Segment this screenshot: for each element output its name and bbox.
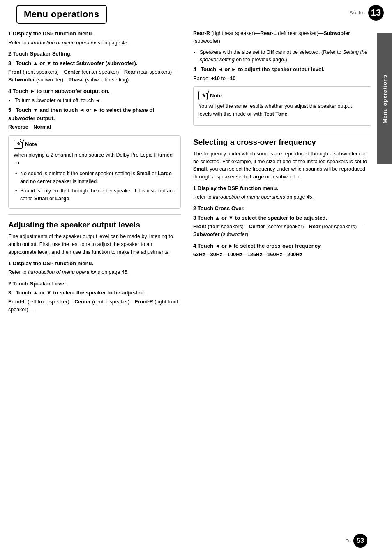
adj-step2-heading: 2 Touch Speaker Level. (8, 280, 181, 288)
step5-values: Reverse—Normal (8, 123, 181, 131)
step2-heading: 2 Touch Speaker Setting. (8, 50, 181, 58)
right-bullets: Speakers with the size set to Off cannot… (193, 49, 371, 64)
step5-heading: 5 Touch ▼ and then touch ◄ or ► to selec… (8, 106, 181, 122)
cross-step2-heading: 2 Touch Cross Over. (193, 204, 371, 213)
step4r-heading: 4 Touch ◄ or ► to adjust the speaker out… (193, 65, 371, 74)
note2-text: You will get the same results whether yo… (198, 102, 366, 118)
note-label-1: Note (25, 141, 37, 147)
note-box-2: ✎ Note You will get the same results whe… (193, 86, 371, 126)
cross-step3-heading: 3 Touch ▲ or ▼ to select the speaker to … (193, 214, 371, 222)
step3-heading: 3 Touch ▲ or ▼ to select Subwoofer (subw… (8, 59, 181, 67)
step4r-range: Range: +10 to –10 (193, 75, 371, 83)
right-step3-cont: Rear-R (right rear speaker)—Rear-L (left… (193, 30, 371, 45)
vertical-tab-label: Menu operations (377, 33, 392, 164)
cross-step4-heading: 4 Touch ◄ or ►to select the cross-over f… (193, 242, 371, 250)
adj-step1-ref: Introduction of menu operations (28, 269, 100, 275)
cross-step1-text: Refer to Introduction of menu operations… (193, 193, 371, 201)
note1-bullets: No sound is emitted if the center speake… (14, 170, 175, 202)
adj-step1-heading: 1 Display the DSP function menu. (8, 259, 181, 268)
note-icon-1: ✎ (14, 140, 23, 149)
section-row: Section 13 (350, 5, 384, 21)
cross-step1-heading: 1 Display the DSP function menu. (193, 184, 371, 192)
step1-text: Refer to Introduction of menu operations… (8, 39, 181, 47)
page-container: Menu operations Section 13 Menu operatio… (0, 0, 392, 556)
note-icon-2: ✎ (198, 91, 208, 100)
step3-front: Front (8, 69, 21, 75)
note-label-2: Note (210, 93, 222, 99)
section-adj-intro: Fine adjustments of the speaker output l… (8, 233, 181, 256)
content-area: 1 Display the DSP function menu. Refer t… (0, 25, 392, 317)
page-title: Menu operations (24, 9, 99, 20)
step3-text: Front (front speakers)—Center (center sp… (8, 68, 181, 84)
step3-center: Center (64, 69, 80, 75)
note1-text: When playing a 2-channel mono source wit… (14, 151, 175, 167)
top-right: Section 13 (350, 5, 384, 21)
left-column: 1 Display the DSP function menu. Refer t… (0, 30, 189, 317)
step3-rear: Rear (124, 69, 136, 75)
section-number: 13 (368, 5, 384, 21)
step3-sub: Subwoofer (8, 77, 35, 83)
section-adj-heading: Adjusting the speaker output levels (8, 220, 181, 229)
top-bar: Menu operations Section 13 (0, 0, 392, 25)
step4-bullets: To turn subwoofer output off, touch ◄. (8, 97, 181, 104)
adj-step1-text: Refer to Introduction of menu operations… (8, 269, 181, 276)
note-box-1: ✎ Note When playing a 2-channel mono sou… (8, 135, 181, 209)
note1-bullet1: No sound is emitted if the center speake… (14, 170, 175, 185)
step4-bullet1: To turn subwoofer output off, touch ◄. (8, 97, 181, 104)
note-title-row-2: ✎ Note (198, 91, 366, 100)
note1-bullet2: Sound is only emitted through the center… (14, 187, 175, 203)
section-label: Section (350, 10, 365, 15)
right-bullet1: Speakers with the size set to Off cannot… (193, 49, 371, 64)
note-title-row-1: ✎ Note (14, 140, 175, 149)
page-num-label: En (346, 538, 351, 543)
page-num-circle: 53 (353, 534, 367, 548)
adj-step3-heading: 3 Touch ▲ or ▼ to select the speaker to … (8, 289, 181, 297)
cross-step3-text: Front (front speakers)—Center (center sp… (193, 223, 371, 239)
divider-1 (8, 214, 181, 215)
step1-ref: Introduction of menu operations (28, 40, 100, 46)
title-area: Menu operations (8, 5, 115, 24)
right-column: Rear-R (right rear speaker)—Rear-L (left… (189, 30, 392, 317)
divider-2 (193, 132, 371, 132)
step3-phase: Phase (69, 77, 84, 83)
step1-heading: 1 Display the DSP function menu. (8, 30, 181, 38)
adj-step3-text: Front-L (left front speaker)—Center (cen… (8, 298, 181, 314)
title-banner: Menu operations (16, 5, 107, 24)
step4-heading: 4 Touch ► to turn subwoofer output on. (8, 87, 181, 95)
cross-step4-freqs: 63Hz—80Hz—100Hz—125Hz—160Hz—200Hz (193, 251, 371, 259)
section-crossover-intro: The frequency under which sounds are rep… (193, 150, 371, 181)
section-crossover-heading: Selecting a cross-over frequency (193, 138, 371, 147)
page-number-area: En 53 (346, 534, 367, 548)
